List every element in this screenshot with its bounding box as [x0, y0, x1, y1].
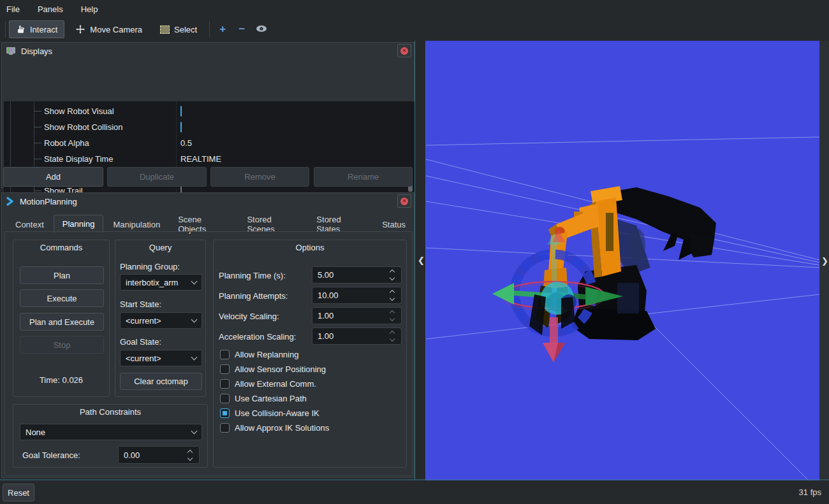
menu-bar: File Panels Help — [0, 0, 829, 18]
show-robot-visual-checkbox[interactable] — [180, 106, 182, 117]
stop-button[interactable]: Stop — [20, 336, 104, 354]
use-cartesian-path-row[interactable]: Use Cartesian Path — [220, 394, 307, 403]
select-tool-button[interactable]: Select — [153, 20, 204, 38]
property-label: State Display Time — [44, 154, 113, 164]
path-constraints-dropdown[interactable]: None — [20, 424, 202, 440]
tree-row-state-display-time[interactable]: State Display Time REALTIME — [4, 151, 414, 167]
menu-help[interactable]: Help — [81, 2, 107, 17]
use-collision-aware-ik-checkbox[interactable] — [220, 408, 230, 418]
acceleration-scaling-label: Acceleration Scaling: — [219, 332, 296, 342]
chevron-down-icon — [191, 354, 198, 360]
commands-group-title: Commands — [13, 243, 109, 252]
collapse-left-arrow[interactable]: ❮ — [418, 256, 425, 265]
displays-panel-header: Displays ✕ — [2, 43, 414, 59]
checkbox-label: Allow External Comm. — [235, 379, 316, 389]
query-group: Query Planning Group: interbotix_arm Sta… — [115, 240, 206, 397]
interact-tool-button[interactable]: Interact — [9, 20, 64, 38]
motion-planning-panel: MotionPlanning ✕ Context Planning Manipu… — [1, 192, 414, 478]
panel-splitter[interactable]: ❮ — [414, 41, 426, 480]
tree-row-show-robot-collision[interactable]: Show Robot Collision — [4, 119, 414, 135]
options-group-title: Options — [214, 243, 406, 252]
checkbox-label: Allow Approx IK Solutions — [235, 423, 329, 433]
velocity-scaling-label: Velocity Scaling: — [219, 312, 279, 321]
tab-stored-scenes[interactable]: Stored Scenes — [238, 216, 307, 233]
use-collision-aware-ik-row[interactable]: Use Collision-Aware IK — [220, 408, 319, 418]
checkbox-label: Allow Sensor Positioning — [235, 364, 326, 374]
visibility-eye-button[interactable] — [251, 25, 272, 34]
planning-group-label: Planning Group: — [120, 262, 180, 271]
tab-planning[interactable]: Planning — [54, 215, 104, 233]
select-region-icon — [160, 25, 170, 34]
menu-file[interactable]: File — [6, 2, 29, 17]
allow-replanning-row[interactable]: Allow Replanning — [220, 350, 298, 359]
tree-row-show-robot-visual[interactable]: Show Robot Visual — [4, 103, 414, 119]
zoom-in-button[interactable]: + — [213, 23, 232, 36]
state-display-time-value[interactable]: REALTIME — [180, 154, 221, 164]
goal-state-label: Goal State: — [120, 337, 161, 347]
displays-panel-title: Displays — [21, 47, 52, 56]
goal-state-dropdown[interactable]: <current> — [120, 350, 202, 366]
tree-scrollbar[interactable] — [407, 103, 413, 205]
tab-scene-objects[interactable]: Scene Objects — [170, 216, 237, 233]
allow-external-comm-row[interactable]: Allow External Comm. — [220, 379, 316, 389]
property-label: Show Robot Collision — [44, 122, 123, 132]
marker-left-green-arrow[interactable] — [492, 283, 514, 305]
plan-button[interactable]: Plan — [20, 266, 104, 284]
reset-button[interactable]: Reset — [3, 484, 34, 501]
allow-sensor-positioning-row[interactable]: Allow Sensor Positioning — [220, 364, 326, 374]
tab-context[interactable]: Context — [7, 216, 52, 233]
zoom-out-button[interactable]: − — [232, 23, 251, 36]
robot-alpha-value[interactable]: 0.5 — [180, 138, 192, 148]
viewport-3d[interactable] — [426, 41, 819, 480]
rename-display-button[interactable]: Rename — [314, 167, 413, 187]
move-camera-tool-label: Move Camera — [90, 25, 142, 34]
planning-attempts-label: Planning Attempts: — [219, 291, 288, 301]
checkbox-label: Use Cartesian Path — [235, 394, 307, 403]
spinner-arrows-icon[interactable] — [388, 311, 396, 320]
tab-status[interactable]: Status — [374, 216, 414, 233]
tab-stored-states[interactable]: Stored States — [308, 216, 372, 233]
planning-attempts-spinbox[interactable]: 10.00 — [312, 287, 402, 304]
allow-approx-ik-solutions-checkbox[interactable] — [220, 423, 230, 433]
use-cartesian-path-checkbox[interactable] — [220, 394, 230, 403]
chevron-down-icon — [191, 278, 198, 284]
allow-sensor-positioning-checkbox[interactable] — [220, 364, 230, 374]
allow-replanning-checkbox[interactable] — [220, 350, 230, 359]
allow-external-comm-checkbox[interactable] — [220, 379, 230, 389]
start-state-dropdown[interactable]: <current> — [120, 312, 202, 329]
execute-button[interactable]: Execute — [20, 289, 104, 307]
start-state-label: Start State: — [120, 299, 161, 309]
motion-planning-panel-title: MotionPlanning — [20, 197, 77, 206]
planning-time-label: Planning Time (s): — [219, 271, 286, 280]
expand-right-arrow[interactable]: ❯ — [821, 256, 828, 266]
tab-manipulation[interactable]: Manipulation — [105, 216, 168, 233]
menu-panels[interactable]: Panels — [38, 2, 72, 17]
remove-display-button[interactable]: Remove — [210, 167, 309, 187]
duplicate-display-button[interactable]: Duplicate — [107, 167, 207, 187]
planning-group-dropdown[interactable]: interbotix_arm — [120, 274, 202, 291]
right-edge-strip[interactable]: ❯ — [819, 41, 829, 480]
goal-tolerance-spinbox[interactable]: 0.00 — [118, 446, 200, 464]
motion-planning-tab-bar: Context Planning Manipulation Scene Obje… — [7, 215, 414, 233]
show-robot-collision-checkbox[interactable] — [180, 122, 182, 133]
motion-planning-close-button[interactable]: ✕ — [397, 194, 411, 208]
add-display-button[interactable]: Add — [3, 167, 103, 187]
tree-row-robot-alpha[interactable]: Robot Alpha 0.5 — [4, 135, 414, 151]
acceleration-scaling-spinbox[interactable]: 1.00 — [312, 328, 402, 345]
planning-tab-content: Commands Plan Execute Plan and Execute S… — [4, 231, 413, 476]
spinner-arrows-icon[interactable] — [388, 291, 396, 300]
clear-octomap-button[interactable]: Clear octomap — [120, 373, 202, 390]
plan-and-execute-button[interactable]: Plan and Execute — [20, 313, 104, 331]
spinner-arrows-icon[interactable] — [186, 450, 194, 460]
chevron-down-icon — [191, 428, 198, 434]
planning-time-spinbox[interactable]: 5.00 — [312, 266, 402, 284]
allow-approx-ik-solutions-row[interactable]: Allow Approx IK Solutions — [220, 423, 329, 433]
spinner-arrows-icon[interactable] — [388, 270, 396, 280]
velocity-scaling-spinbox[interactable]: 1.00 — [312, 307, 402, 324]
path-constraints-group: Path Constraints None Goal Tolerance: 0.… — [13, 404, 208, 468]
spinner-arrows-icon[interactable] — [388, 331, 396, 341]
displays-close-button[interactable]: ✕ — [397, 44, 411, 57]
select-tool-label: Select — [174, 25, 197, 34]
move-camera-tool-button[interactable]: Move Camera — [68, 20, 149, 38]
displays-property-tree[interactable]: Show Robot Visual Show Robot Collision R… — [4, 101, 414, 206]
